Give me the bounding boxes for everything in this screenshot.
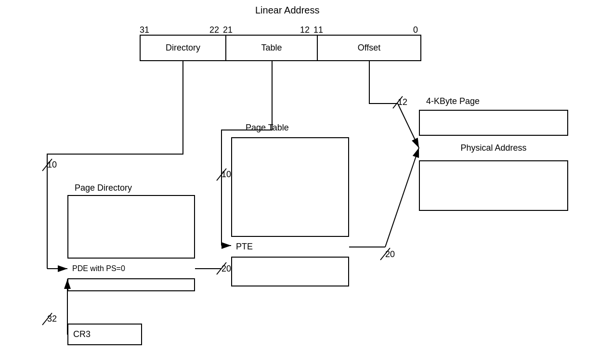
cr3-box: CR3: [67, 324, 142, 345]
pde-label: PDE with PS=0: [72, 264, 125, 273]
page-table-box: [231, 137, 349, 286]
pte-row: PTE: [231, 236, 349, 258]
svg-line-13: [398, 104, 419, 148]
marker-32: 32: [47, 314, 57, 324]
diagram-container: Linear Address 31 22 21 12 11 0 Director…: [0, 0, 599, 364]
page-directory-label: Page Directory: [75, 183, 132, 193]
pde-row: PDE with PS=0: [67, 258, 195, 279]
bit-11: 11: [313, 25, 323, 35]
table-segment: Table: [226, 35, 318, 61]
pte-label: PTE: [236, 242, 253, 252]
marker-10-mid: 10: [221, 169, 231, 180]
offset-segment: Offset: [318, 35, 421, 61]
offset-label: Offset: [358, 43, 381, 53]
marker-20-right: 20: [385, 249, 395, 260]
marker-10-left: 10: [47, 160, 57, 170]
bit-22: 22: [209, 25, 219, 35]
cr3-label: CR3: [73, 329, 91, 339]
page-table-label: Page Table: [246, 123, 289, 133]
bit-12: 12: [300, 25, 310, 35]
directory-label: Directory: [166, 43, 200, 53]
bit-31: 31: [140, 25, 149, 35]
four-kbyte-label: 4-KByte Page: [426, 96, 480, 106]
marker-12: 12: [398, 97, 407, 107]
directory-segment: Directory: [140, 35, 226, 61]
physical-address-label: Physical Address: [460, 143, 526, 153]
svg-line-12: [385, 148, 419, 247]
table-label: Table: [261, 43, 282, 53]
bit-0: 0: [413, 25, 418, 35]
physical-address-row: Physical Address: [419, 135, 568, 161]
bit-21: 21: [223, 25, 233, 35]
linear-address-label: Linear Address: [255, 5, 319, 16]
marker-20-mid: 20: [221, 264, 231, 274]
